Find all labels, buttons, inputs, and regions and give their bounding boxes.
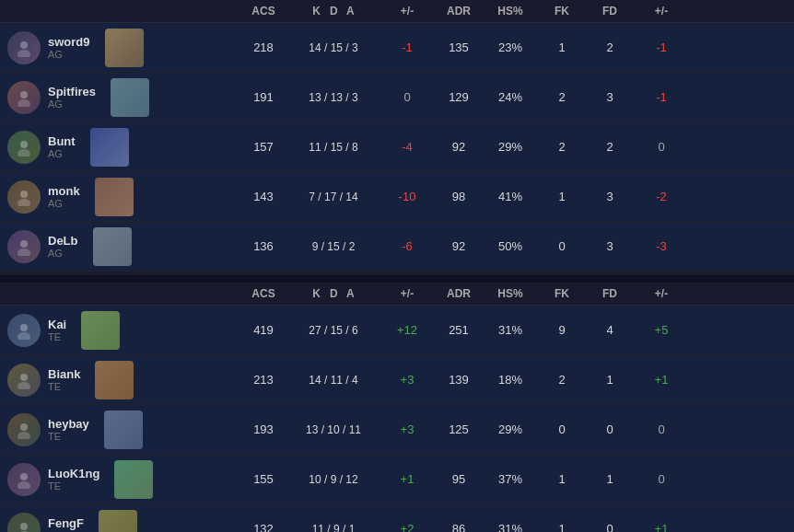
pm2-header2: +/- (634, 287, 689, 300)
table-row[interactable]: FengF TE 132 11 / 9 / 1 +2 86 31% 1 0 +1 (0, 504, 794, 532)
adr-value: 135 (435, 40, 483, 54)
table-row[interactable]: heybay TE 193 13 / 10 / 11 +3 125 29% 0 … (0, 405, 794, 455)
hs-value: 31% (483, 323, 538, 337)
table-row[interactable]: DeLb AG 136 9 / 15 / 2 -6 92 50% 0 3 -3 (0, 222, 794, 272)
svg-point-1 (18, 50, 30, 57)
fd-value: 1 (586, 472, 634, 486)
hs-header2: HS% (483, 287, 538, 300)
player-name-group: monk AG (48, 184, 80, 209)
team1-rows: sword9 AG 218 14 / 15 / 3 -1 135 23% 1 2… (0, 23, 794, 272)
avatar (7, 230, 41, 263)
table-row[interactable]: sword9 AG 218 14 / 15 / 3 -1 135 23% 1 2… (0, 23, 794, 73)
svg-point-17 (18, 481, 30, 489)
acs-value: 218 (239, 40, 287, 54)
fk-value: 1 (538, 190, 586, 203)
table-row[interactable]: Kai TE 419 27 / 15 / 6 +12 251 31% 9 4 +… (0, 306, 794, 355)
player-info: FengF TE (0, 510, 239, 533)
avatar (7, 131, 41, 164)
table-row[interactable]: Biank TE 213 14 / 11 / 4 +3 139 18% 2 1 … (0, 355, 794, 405)
player-tag: AG (48, 49, 90, 60)
fk-value: 1 (538, 40, 586, 54)
team2-header: ACS K D A +/- ADR HS% FK FD +/- (0, 283, 794, 306)
section-divider (0, 275, 794, 283)
adr-value: 129 (435, 90, 483, 104)
player-tag: TE (48, 431, 89, 442)
player-info: heybay TE (0, 411, 239, 449)
svg-point-2 (20, 91, 28, 98)
hs-value: 24% (483, 90, 538, 104)
svg-point-3 (18, 99, 30, 107)
hs-value: 31% (483, 522, 538, 532)
plusminus-value: -10 (379, 190, 435, 203)
adr-value: 251 (435, 323, 483, 337)
svg-point-5 (18, 149, 30, 156)
pm2-value: -1 (634, 90, 689, 104)
plusminus-value: +3 (379, 373, 435, 387)
svg-point-9 (18, 249, 30, 256)
pm2-value: 0 (634, 140, 689, 154)
player-name-group: Bunt AG (48, 134, 76, 159)
svg-point-4 (20, 141, 28, 148)
player-tag: AG (48, 98, 96, 110)
fk-value: 2 (538, 140, 586, 154)
table-row[interactable]: LuoK1ng TE 155 10 / 9 / 12 +1 95 37% 1 1… (0, 455, 794, 504)
fk-value: 2 (538, 373, 586, 387)
avatar (7, 513, 41, 533)
player-tag: AG (48, 148, 76, 159)
player-name: Spitfires (48, 85, 96, 98)
fd-header2: FD (586, 287, 634, 300)
hs-value: 50% (483, 239, 538, 253)
team2-rows: Kai TE 419 27 / 15 / 6 +12 251 31% 9 4 +… (0, 306, 794, 532)
fk-value: 9 (538, 323, 586, 337)
table-row[interactable]: monk AG 143 7 / 17 / 14 -10 98 41% 1 3 -… (0, 172, 794, 222)
player-name-group: LuoK1ng TE (48, 467, 99, 492)
fk-value: 0 (538, 422, 586, 436)
player-name: monk (48, 184, 80, 198)
scoreboard: ACS K D A +/- ADR HS% FK FD +/- sword9 (0, 0, 794, 532)
player-info: Kai TE (0, 311, 239, 350)
fd-value: 0 (586, 422, 634, 436)
svg-point-18 (20, 523, 28, 530)
avatar (7, 314, 41, 347)
hs-value: 18% (483, 373, 538, 387)
hs-value: 41% (483, 190, 538, 203)
fd-value: 3 (586, 190, 634, 203)
svg-point-8 (20, 240, 28, 248)
acs-value: 143 (239, 190, 287, 203)
plusminus-value: -1 (379, 40, 435, 54)
team1-section: ACS K D A +/- ADR HS% FK FD +/- sword9 (0, 0, 794, 272)
plusminus-value: -6 (379, 239, 435, 253)
svg-point-10 (20, 324, 28, 331)
plusminus-value: +2 (379, 522, 435, 532)
player-info: Bunt AG (0, 128, 239, 167)
pm2-value: 0 (634, 422, 689, 436)
plusminus-value: +1 (379, 472, 435, 486)
kda-value: 7 / 17 / 14 (287, 191, 379, 203)
kda-value: 27 / 15 / 6 (287, 324, 379, 337)
kda-header: K D A (287, 5, 379, 17)
player-name: Bunt (48, 134, 76, 148)
fk-value: 1 (538, 522, 586, 532)
svg-point-14 (20, 423, 28, 431)
kda-value: 13 / 10 / 11 (287, 423, 379, 436)
player-info: Biank TE (0, 361, 239, 399)
pm2-value: -2 (634, 190, 689, 203)
avatar (7, 463, 41, 496)
player-info: LuoK1ng TE (0, 460, 239, 499)
fk-value: 2 (538, 90, 586, 104)
champion-icon (81, 311, 120, 350)
player-name: heybay (48, 417, 89, 431)
player-name: Kai (48, 318, 66, 331)
table-row[interactable]: Spitfires AG 191 13 / 13 / 3 0 129 24% 2… (0, 73, 794, 122)
player-name-group: Kai TE (48, 318, 66, 342)
acs-value: 419 (239, 323, 287, 337)
champion-icon (104, 411, 143, 449)
pm2-value: +1 (634, 522, 689, 532)
hs-value: 29% (483, 422, 538, 436)
table-row[interactable]: Bunt AG 157 11 / 15 / 8 -4 92 29% 2 2 0 (0, 122, 794, 172)
adr-header: ADR (435, 5, 483, 17)
fd-value: 2 (586, 40, 634, 54)
team2-section: ACS K D A +/- ADR HS% FK FD +/- Kai TE (0, 283, 794, 532)
pm2-header: +/- (634, 5, 689, 17)
kda-value: 11 / 9 / 1 (287, 523, 379, 533)
